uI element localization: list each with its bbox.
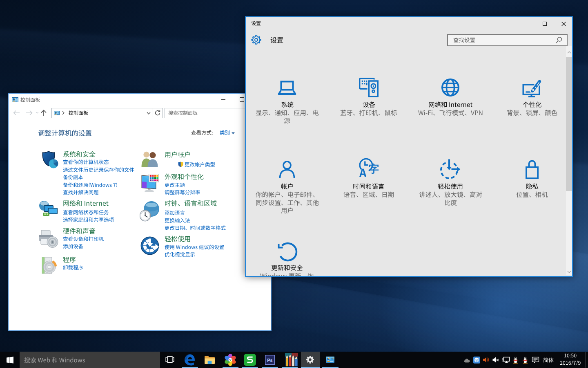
svg-text:Ps: Ps — [267, 358, 272, 363]
